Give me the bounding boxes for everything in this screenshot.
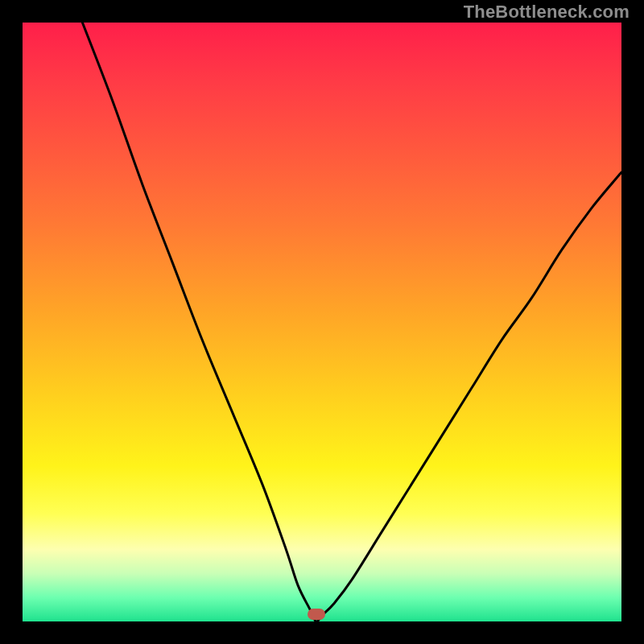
bottleneck-curve xyxy=(23,23,621,621)
optimal-marker xyxy=(308,609,325,620)
watermark-text: TheBottleneck.com xyxy=(464,2,630,23)
plot-area xyxy=(23,23,621,621)
chart-frame: TheBottleneck.com xyxy=(0,0,644,644)
